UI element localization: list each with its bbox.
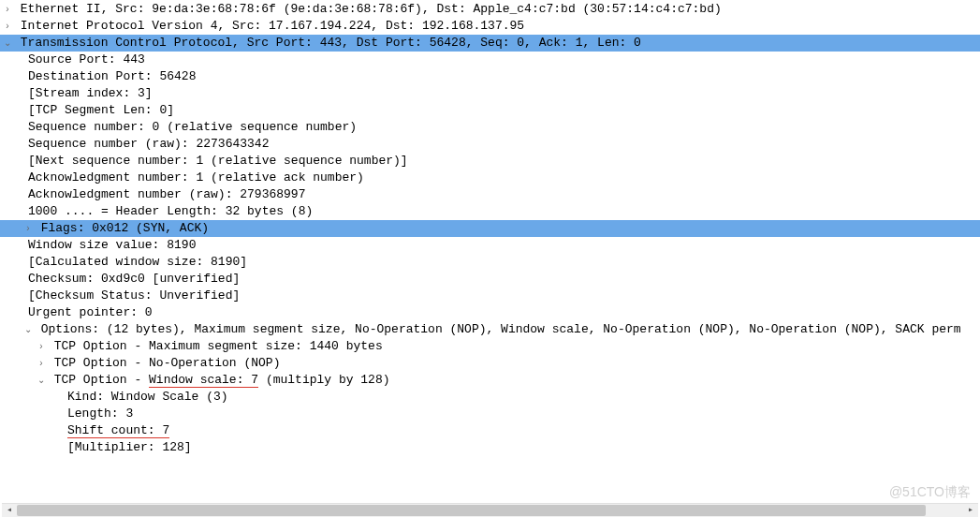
opt-ws-prefix: TCP Option - xyxy=(54,373,149,387)
field-value: [Stream index: 3] xyxy=(28,86,153,100)
field-value: Acknowledgment number: 1 (relative ack n… xyxy=(28,170,364,185)
tcp-urgent-pointer[interactable]: Urgent pointer: 0 xyxy=(0,304,980,321)
tcp-next-seq[interactable]: [Next sequence number: 1 (relative seque… xyxy=(0,153,980,170)
field-value: Flags: 0x012 (SYN, ACK) xyxy=(41,221,209,235)
horizontal-scrollbar[interactable]: ◂ ▸ xyxy=(2,503,978,517)
field-value: Sequence number: 0 (relative sequence nu… xyxy=(28,120,357,134)
tcp-checksum[interactable]: Checksum: 0xd9c0 [unverified] xyxy=(0,271,980,288)
opt-ws-suffix: (multiply by 128) xyxy=(258,373,389,387)
opt-ws-highlight: Window scale: 7 xyxy=(149,373,258,388)
watermark: @51CTO博客 xyxy=(889,483,971,500)
tcp-option-window-scale[interactable]: ⌄ TCP Option - Window scale: 7 (multiply… xyxy=(0,372,980,389)
tcp-segment-len[interactable]: [TCP Segment Len: 0] xyxy=(0,102,980,119)
scroll-left-icon[interactable]: ◂ xyxy=(2,504,17,517)
tcp-stream-index[interactable]: [Stream index: 3] xyxy=(0,85,980,102)
field-value: [Calculated window size: 8190] xyxy=(28,255,247,269)
packet-detail-tree: › Ethernet II, Src: 9e:da:3e:68:78:6f (9… xyxy=(0,0,980,456)
tcp-option-nop[interactable]: › TCP Option - No-Operation (NOP) xyxy=(0,355,980,372)
chevron-right-icon[interactable]: › xyxy=(36,355,47,372)
ws-kind[interactable]: Kind: Window Scale (3) xyxy=(0,389,980,406)
chevron-right-icon[interactable]: › xyxy=(2,18,13,35)
field-value: Length: 3 xyxy=(67,406,133,421)
ws-multiplier[interactable]: [Multiplier: 128] xyxy=(0,439,980,456)
ws-length[interactable]: Length: 3 xyxy=(0,406,980,422)
field-value: [Multiplier: 128] xyxy=(67,440,192,454)
field-value: Destination Port: 56428 xyxy=(28,69,196,83)
field-value: Acknowledgment number (raw): 279368997 xyxy=(28,187,305,201)
field-value: Sequence number (raw): 2273643342 xyxy=(28,137,269,151)
chevron-right-icon[interactable]: › xyxy=(2,1,13,18)
tcp-flags[interactable]: › Flags: 0x012 (SYN, ACK) xyxy=(0,220,980,237)
chevron-down-icon[interactable]: ⌄ xyxy=(36,372,47,389)
field-value: Urgent pointer: 0 xyxy=(28,305,153,319)
tcp-layer[interactable]: ⌄ Transmission Control Protocol, Src Por… xyxy=(0,35,980,52)
tcp-summary: Transmission Control Protocol, Src Port:… xyxy=(21,36,641,50)
tcp-checksum-status[interactable]: [Checksum Status: Unverified] xyxy=(0,288,980,304)
tcp-ack-rel[interactable]: Acknowledgment number: 1 (relative ack n… xyxy=(0,170,980,186)
tcp-source-port[interactable]: Source Port: 443 xyxy=(0,52,980,68)
ethernet-summary: Ethernet II, Src: 9e:da:3e:68:78:6f (9e:… xyxy=(21,2,722,16)
field-value: Checksum: 0xd9c0 [unverified] xyxy=(28,272,240,286)
field-value: Kind: Window Scale (3) xyxy=(67,390,228,404)
scroll-right-icon[interactable]: ▸ xyxy=(963,504,978,517)
field-value: TCP Option - Maximum segment size: 1440 … xyxy=(54,339,383,353)
ip-layer[interactable]: › Internet Protocol Version 4, Src: 17.1… xyxy=(0,18,980,35)
tcp-window-size[interactable]: Window size value: 8190 xyxy=(0,237,980,254)
field-value: [TCP Segment Len: 0] xyxy=(28,103,174,117)
field-value: Source Port: 443 xyxy=(28,52,145,66)
ws-shift-count[interactable]: Shift count: 7 xyxy=(0,422,980,439)
scrollbar-thumb[interactable] xyxy=(17,505,926,516)
field-value: [Next sequence number: 1 (relative seque… xyxy=(28,154,408,168)
scrollbar-track[interactable] xyxy=(17,504,963,517)
chevron-down-icon[interactable]: ⌄ xyxy=(22,321,34,338)
field-value: TCP Option - No-Operation (NOP) xyxy=(54,356,281,370)
tcp-ack-raw[interactable]: Acknowledgment number (raw): 279368997 xyxy=(0,186,980,203)
tcp-calculated-window[interactable]: [Calculated window size: 8190] xyxy=(0,254,980,271)
tcp-destination-port[interactable]: Destination Port: 56428 xyxy=(0,68,980,85)
ip-summary: Internet Protocol Version 4, Src: 17.167… xyxy=(21,19,524,33)
tcp-options[interactable]: ⌄ Options: (12 bytes), Maximum segment s… xyxy=(0,321,980,338)
tcp-header-length[interactable]: 1000 .... = Header Length: 32 bytes (8) xyxy=(0,203,980,220)
field-value: Options: (12 bytes), Maximum segment siz… xyxy=(41,322,961,336)
tcp-option-mss[interactable]: › TCP Option - Maximum segment size: 144… xyxy=(0,338,980,355)
field-value: [Checksum Status: Unverified] xyxy=(28,288,240,303)
tcp-seq-raw[interactable]: Sequence number (raw): 2273643342 xyxy=(0,136,980,153)
field-value: Window size value: 8190 xyxy=(28,238,196,252)
field-value: 1000 .... = Header Length: 32 bytes (8) xyxy=(28,204,313,218)
ws-shift-highlight: Shift count: 7 xyxy=(67,423,169,438)
chevron-right-icon[interactable]: › xyxy=(22,220,34,237)
tcp-seq-rel[interactable]: Sequence number: 0 (relative sequence nu… xyxy=(0,119,980,136)
chevron-down-icon[interactable]: ⌄ xyxy=(2,35,13,52)
chevron-right-icon[interactable]: › xyxy=(36,338,47,355)
ethernet-layer[interactable]: › Ethernet II, Src: 9e:da:3e:68:78:6f (9… xyxy=(0,1,980,18)
